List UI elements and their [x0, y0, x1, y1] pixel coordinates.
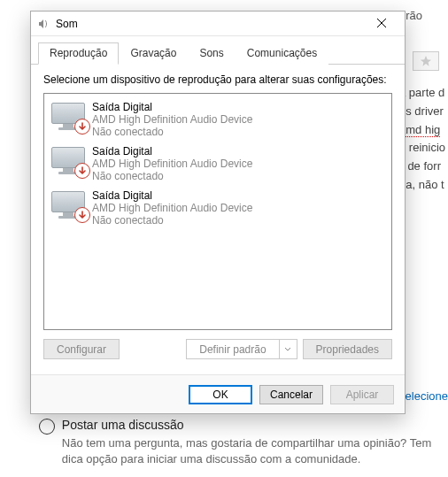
- dialog-footer: OK Cancelar Aplicar: [31, 374, 405, 413]
- bg-pin-button[interactable]: [413, 51, 439, 71]
- ok-button[interactable]: OK: [189, 385, 252, 404]
- post-discussion-option[interactable]: Postar uma discussão Não tem uma pergunt…: [39, 418, 448, 467]
- radio-subtitle: Não tem uma pergunta, mas gostaria de co…: [62, 435, 448, 467]
- tab-body: Selecione um dispositivo de reprodução p…: [31, 65, 405, 374]
- device-desc: AMD High Definition Audio Device: [92, 113, 252, 126]
- cancel-button[interactable]: Cancelar: [259, 385, 323, 404]
- list-item[interactable]: Saída Digital AMD High Definition Audio …: [44, 97, 391, 142]
- down-arrow-badge-icon: [74, 163, 90, 179]
- titlebar: Som: [31, 12, 405, 36]
- device-list[interactable]: Saída Digital AMD High Definition Audio …: [43, 93, 392, 330]
- device-status: Não conectado: [92, 126, 252, 138]
- close-button[interactable]: [364, 14, 399, 34]
- device-status: Não conectado: [92, 170, 252, 182]
- radio-title: Postar uma discussão: [62, 418, 448, 432]
- device-name: Saída Digital: [92, 145, 252, 158]
- radio-icon: [39, 419, 55, 435]
- sound-dialog: Som Reprodução Gravação Sons Comunicaçõe…: [30, 11, 406, 414]
- close-icon: [376, 18, 387, 28]
- instructions-text: Selecione um dispositivo de reprodução p…: [43, 73, 392, 86]
- device-name: Saída Digital: [92, 189, 252, 202]
- bg-right-text: a parte d os driver amd hig o reinicio i…: [399, 84, 448, 195]
- tab-sons[interactable]: Sons: [188, 42, 235, 65]
- tab-comunicacoes[interactable]: Comunicações: [236, 42, 328, 65]
- dialog-title: Som: [56, 18, 364, 30]
- monitor-icon: [51, 101, 89, 133]
- down-arrow-badge-icon: [74, 207, 90, 223]
- apply-button[interactable]: Aplicar: [330, 385, 394, 404]
- speaker-icon: [36, 17, 50, 31]
- device-desc: AMD High Definition Audio Device: [92, 202, 252, 214]
- monitor-icon: [51, 189, 89, 221]
- monitor-icon: [51, 145, 89, 177]
- tab-reproducao[interactable]: Reprodução: [38, 42, 119, 65]
- set-default-label: Definir padrão: [187, 340, 278, 358]
- pin-icon: [420, 55, 432, 67]
- bg-top-label: drão: [399, 9, 444, 22]
- device-controls: Configurar Definir padrão Propriedades: [43, 339, 392, 359]
- tab-gravacao[interactable]: Gravação: [119, 42, 188, 65]
- device-desc: AMD High Definition Audio Device: [92, 158, 252, 170]
- device-name: Saída Digital: [92, 101, 252, 113]
- chevron-down-icon[interactable]: [279, 340, 297, 358]
- down-arrow-badge-icon: [74, 119, 90, 135]
- set-default-button[interactable]: Definir padrão: [186, 339, 297, 359]
- list-item[interactable]: Saída Digital AMD High Definition Audio …: [44, 186, 391, 230]
- properties-button[interactable]: Propriedades: [303, 339, 392, 359]
- list-item[interactable]: Saída Digital AMD High Definition Audio …: [44, 142, 391, 186]
- tab-strip: Reprodução Gravação Sons Comunicações: [31, 36, 405, 65]
- configure-button[interactable]: Configurar: [43, 339, 120, 359]
- device-status: Não conectado: [92, 214, 252, 227]
